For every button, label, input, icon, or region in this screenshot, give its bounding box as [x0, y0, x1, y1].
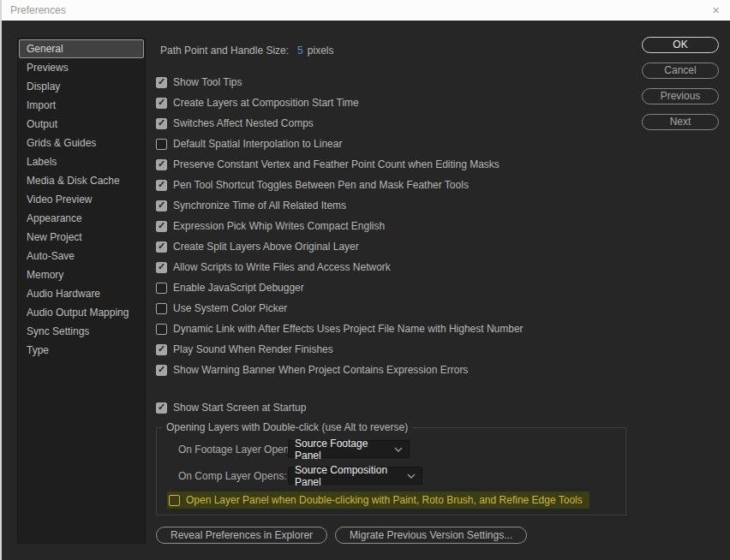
checkbox-row-enable-js-debugger[interactable]: Enable JavaScript Debugger [156, 277, 636, 298]
reveal-preferences-button[interactable]: Reveal Preferences in Explorer [156, 527, 327, 544]
comp-layer-dropdown[interactable]: Source Composition Panel [288, 467, 422, 485]
checkbox-label: Show Tool Tips [173, 76, 242, 88]
checkbox[interactable] [156, 118, 167, 129]
footage-layer-dropdown[interactable]: Source Footage Panel [288, 440, 410, 458]
comp-layer-dropdown-value: Source Composition Panel [295, 464, 395, 488]
preferences-dialog: Preferences × General Previews Display I… [0, 0, 730, 560]
checkbox[interactable] [156, 200, 167, 211]
checkbox-row-play-sound-render[interactable]: Play Sound When Render Finishes [156, 339, 636, 360]
category-list: General Previews Display Import Output G… [17, 38, 146, 544]
sidebar-item-sync-settings[interactable]: Sync Settings [19, 322, 144, 341]
checkbox-row-expression-pick-whip[interactable]: Expression Pick Whip Writes Compact Engl… [156, 216, 636, 236]
sidebar-item-labels[interactable]: Labels [19, 152, 144, 171]
previous-button[interactable]: Previous [642, 88, 719, 104]
checkbox-row-show-warning-banner[interactable]: Show Warning Banner When Project Contain… [156, 360, 636, 380]
path-point-size-row: Path Point and Handle Size: 5 pixels [156, 43, 636, 58]
checkbox[interactable] [156, 180, 167, 191]
checkbox-label: Create Split Layers Above Original Layer [173, 241, 359, 253]
checkbox-label: Show Start Screen at Startup [173, 402, 306, 414]
checkbox-row-synchronize-time[interactable]: Synchronize Time of All Related Items [156, 195, 636, 216]
checkbox[interactable] [156, 303, 167, 314]
path-point-size-label: Path Point and Handle Size: [160, 45, 289, 57]
sidebar-item-display[interactable]: Display [19, 77, 144, 96]
sidebar-item-auto-save[interactable]: Auto-Save [19, 247, 144, 265]
footage-layer-dropdown-value: Source Footage Panel [295, 438, 382, 462]
sidebar-item-media-disk-cache[interactable]: Media & Disk Cache [19, 171, 144, 190]
checkbox[interactable] [156, 77, 167, 88]
dialog-title: Preferences [10, 4, 66, 16]
comp-layer-row: On Comp Layer Opens: Source Composition … [157, 467, 625, 485]
checkbox-label: Switches Affect Nested Comps [173, 117, 314, 129]
checkbox-row-default-spatial-interpolation[interactable]: Default Spatial Interpolation to Linear [156, 134, 636, 154]
sidebar-item-audio-hardware[interactable]: Audio Hardware [19, 284, 144, 303]
checkbox[interactable] [156, 241, 167, 253]
path-point-size-unit: pixels [308, 45, 334, 57]
checkbox-row-pen-tool-shortcut[interactable]: Pen Tool Shortcut Toggles Between Pen an… [156, 175, 636, 195]
checkbox-row-show-tool-tips[interactable]: Show Tool Tips [156, 72, 636, 92]
checkbox-label: Open Layer Panel when Double-clicking wi… [186, 494, 583, 506]
sidebar-item-general[interactable]: General [19, 39, 144, 58]
checkbox-row-allow-scripts[interactable]: Allow Scripts to Write Files and Access … [156, 257, 636, 277]
sidebar-item-previews[interactable]: Previews [19, 58, 144, 77]
checkbox-row-use-system-color-picker[interactable]: Use System Color Picker [156, 298, 636, 319]
sidebar-item-type[interactable]: Type [19, 341, 144, 360]
checkbox-label: Expression Pick Whip Writes Compact Engl… [173, 220, 385, 232]
checkbox-label: Allow Scripts to Write Files and Access … [173, 261, 391, 273]
checkbox[interactable] [156, 159, 167, 170]
sidebar-item-video-preview[interactable]: Video Preview [19, 190, 144, 209]
opening-layers-group: Opening Layers with Double-click (use Al… [156, 427, 626, 515]
checkbox-row-switches-affect-nested[interactable]: Switches Affect Nested Comps [156, 113, 636, 134]
sidebar-item-audio-output-mapping[interactable]: Audio Output Mapping [19, 303, 144, 322]
checkbox-label: Show Warning Banner When Project Contain… [173, 364, 468, 376]
checkbox-row-preserve-vertex-count[interactable]: Preserve Constant Vertex and Feather Poi… [156, 154, 636, 175]
sidebar-item-appearance[interactable]: Appearance [19, 209, 144, 228]
checkbox-row-open-layer-panel-highlighted[interactable]: Open Layer Panel when Double-clicking wi… [167, 491, 589, 509]
checkbox[interactable] [156, 139, 167, 150]
checkbox-label: Create Layers at Composition Start Time [173, 97, 359, 109]
checkbox[interactable] [156, 98, 167, 109]
title-bar: Preferences [2, 0, 730, 21]
footage-layer-row: On Footage Layer Opens: Source Footage P… [157, 440, 625, 458]
checkbox[interactable] [156, 324, 167, 335]
footer-buttons: Reveal Preferences in Explorer Migrate P… [156, 527, 636, 544]
checkbox-label: Preserve Constant Vertex and Feather Poi… [173, 158, 500, 170]
checkbox-row-show-start-screen[interactable]: Show Start Screen at Startup [156, 397, 636, 418]
chevron-down-icon [394, 447, 403, 452]
close-icon[interactable]: × [712, 3, 720, 18]
checkbox-row-dynamic-link[interactable]: Dynamic Link with After Effects Uses Pro… [156, 319, 636, 339]
cancel-button[interactable]: Cancel [642, 63, 719, 79]
checkbox[interactable] [156, 262, 167, 273]
comp-layer-label: On Comp Layer Opens: [178, 470, 281, 482]
checkbox-list: Show Tool Tips Create Layers at Composit… [156, 72, 636, 380]
checkbox-row-create-split-layers[interactable]: Create Split Layers Above Original Layer [156, 236, 636, 257]
checkbox[interactable] [156, 283, 167, 294]
sidebar-item-import[interactable]: Import [19, 96, 144, 115]
checkbox[interactable] [156, 344, 167, 355]
checkbox-label: Pen Tool Shortcut Toggles Between Pen an… [173, 179, 469, 191]
checkbox[interactable] [156, 365, 167, 376]
checkbox-label: Synchronize Time of All Related Items [173, 200, 346, 211]
checkbox[interactable] [169, 495, 180, 506]
sidebar-item-new-project[interactable]: New Project [19, 228, 144, 247]
sidebar-item-grids-guides[interactable]: Grids & Guides [19, 134, 144, 152]
checkbox[interactable] [156, 221, 167, 232]
general-settings-panel: Path Point and Handle Size: 5 pixels Sho… [156, 43, 636, 544]
checkbox-label: Use System Color Picker [173, 302, 287, 314]
sidebar-item-memory[interactable]: Memory [19, 265, 144, 284]
path-point-size-value[interactable]: 5 [297, 45, 303, 57]
group-legend: Opening Layers with Double-click (use Al… [162, 421, 412, 433]
checkbox[interactable] [156, 402, 167, 414]
sidebar-item-output[interactable]: Output [19, 115, 144, 134]
next-button[interactable]: Next [642, 114, 719, 130]
checkbox-label: Enable JavaScript Debugger [173, 282, 304, 294]
ok-button[interactable]: OK [642, 37, 719, 53]
checkbox-label: Default Spatial Interpolation to Linear [173, 138, 342, 150]
checkbox-row-create-layers-at-comp-start[interactable]: Create Layers at Composition Start Time [156, 92, 636, 113]
footage-layer-label: On Footage Layer Opens: [178, 444, 281, 456]
checkbox-label: Dynamic Link with After Effects Uses Pro… [173, 323, 524, 335]
chevron-down-icon [407, 474, 416, 479]
migrate-settings-button[interactable]: Migrate Previous Version Settings... [335, 527, 527, 544]
checkbox-label: Play Sound When Render Finishes [173, 343, 333, 355]
